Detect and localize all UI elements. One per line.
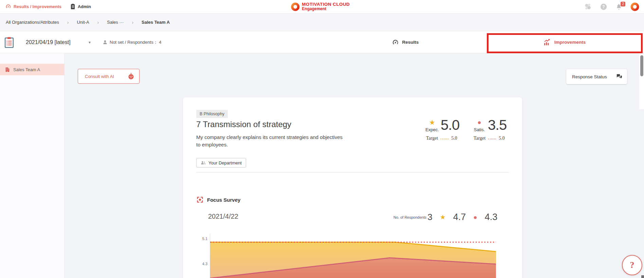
question-description: My company clearly explains its current … — [196, 134, 347, 148]
breadcrumb-item-current: Sales Team A — [142, 20, 170, 25]
svg-text:?: ? — [602, 4, 605, 9]
focus-survey-title: Focus Survey — [207, 197, 240, 203]
focus-survey-header: Focus Survey — [196, 196, 240, 203]
breadcrumb: All Organizations/Attributes › Unit-A › … — [0, 13, 644, 31]
your-department-button[interactable]: Your Department — [196, 158, 246, 167]
notifications-bell-icon[interactable]: 2 — [615, 3, 622, 11]
brand-donut-icon — [291, 2, 299, 11]
dotted-line-red-icon — [488, 139, 496, 139]
focus-trend-chart — [210, 234, 496, 278]
brand-product: Engagement — [302, 7, 350, 11]
consult-with-ai-label: Consult with AI — [85, 74, 114, 79]
apps-cluster-icon[interactable] — [584, 3, 592, 11]
survey-clipboard-icon — [4, 37, 14, 48]
satisfaction-target: Target 5.0 — [474, 136, 505, 141]
respondents-count-value: 3 — [427, 212, 432, 222]
survey-date-select[interactable]: 2021/04/19 [latest] ▾ — [4, 31, 91, 53]
robot-icon — [127, 73, 135, 80]
survey-toolbar: 2021/04/19 [latest] ▾ Not set / Responde… — [0, 31, 644, 53]
y-axis-tick-low: 4.3 — [195, 262, 207, 266]
dotted-line-orange-icon — [441, 139, 448, 139]
chevron-right-icon: › — [132, 20, 133, 25]
chevron-right-icon: › — [67, 20, 69, 25]
nav-admin-label: Admin — [78, 4, 91, 9]
expectation-target: Target 5.0 — [426, 136, 457, 141]
satisfaction-target-value: 5.0 — [499, 136, 505, 141]
target-label: Target — [474, 136, 485, 141]
expectation-value: 5.0 — [441, 117, 459, 133]
scrollbar-corner — [641, 275, 644, 278]
expectation-score: ★ Expec. 5.0 — [425, 117, 459, 133]
response-status-label: Response Status — [572, 74, 607, 79]
consult-with-ai-button[interactable]: Consult with AI — [78, 69, 140, 84]
satisfaction-dot-icon: ● — [473, 214, 477, 221]
focus-survey-date: 2021/4/22 — [208, 213, 238, 220]
your-department-label: Your Department — [208, 160, 242, 165]
help-circle-icon[interactable]: ? — [600, 3, 607, 11]
satisfaction-value: 3.5 — [488, 117, 507, 133]
tab-results[interactable]: Results — [326, 31, 485, 53]
card-divider — [196, 172, 509, 173]
respondents-text: Not set / Respondents： 4 — [110, 39, 161, 45]
question-mark-icon: ? — [630, 260, 634, 270]
tab-improvements[interactable]: Improvements — [485, 31, 644, 53]
chat-bubbles-icon — [616, 74, 623, 80]
satisfaction-label: Satis. — [474, 127, 485, 132]
expectation-target-value: 5.0 — [451, 136, 457, 141]
nav-results-improvements[interactable]: Results / Improvements — [5, 4, 61, 9]
tab-results-label: Results — [402, 40, 419, 45]
header-actions: ? 2 — [584, 0, 639, 13]
focus-satisfaction-value: 4.3 — [485, 212, 498, 222]
tab-improvements-label: Improvements — [554, 40, 586, 45]
scrollbar-thumb[interactable] — [640, 55, 643, 76]
app-root: Results / Improvements Admin MOTIVATION … — [0, 0, 644, 278]
focus-target-icon — [196, 196, 204, 203]
sidebar: Sales Team A — [0, 53, 65, 278]
chevron-right-icon: › — [97, 20, 99, 25]
caret-down-icon: ▾ — [89, 40, 91, 45]
brand-logo: MOTIVATION CLOUD Engagement — [291, 0, 350, 13]
focus-expectation-value: 4.7 — [453, 212, 466, 222]
notification-count-badge: 2 — [621, 2, 625, 6]
respondents-count-label: No. of Respondents — [393, 215, 426, 219]
breadcrumb-item-unit[interactable]: Unit-A — [77, 20, 89, 25]
gauge-icon — [392, 39, 399, 46]
nav-admin[interactable]: Admin — [70, 4, 91, 9]
respondents-summary: Not set / Respondents： 4 — [103, 31, 161, 53]
sidebar-item-label: Sales Team A — [13, 67, 40, 72]
satisfaction-dot-icon: ● — [477, 119, 481, 126]
question-card: B Philosophy 7 Transmission of strategy … — [183, 97, 522, 278]
person-icon — [103, 40, 108, 45]
brand-name: MOTIVATION CLOUD — [302, 2, 350, 7]
improvements-chart-icon — [543, 38, 551, 46]
satisfaction-score: ● Satis. 3.5 — [472, 117, 507, 133]
clipboard-icon — [70, 4, 75, 9]
building-icon — [5, 67, 10, 72]
expectation-star-icon: ★ — [429, 119, 435, 126]
target-label: Target — [426, 136, 438, 141]
app-header: Results / Improvements Admin MOTIVATION … — [0, 0, 644, 13]
response-status-button[interactable]: Response Status — [566, 69, 627, 84]
gauge-icon — [5, 4, 11, 9]
help-fab-button[interactable]: ? — [622, 255, 642, 275]
expectation-label: Expec. — [425, 127, 439, 132]
expectation-star-icon: ★ — [440, 213, 446, 221]
category-badge: B Philosophy — [196, 110, 228, 118]
y-axis-tick-high: 5.1 — [195, 237, 207, 241]
header-nav: Results / Improvements Admin — [5, 0, 91, 13]
brand-logo-text: MOTIVATION CLOUD Engagement — [302, 2, 350, 12]
focus-survey-stats: No. of Respondents 3 ★ 4.7 ● 4.3 — [393, 212, 497, 222]
nav-results-label: Results / Improvements — [14, 4, 61, 9]
scrollbar-track[interactable] — [639, 53, 644, 109]
sidebar-item-sales-team-a[interactable]: Sales Team A — [0, 64, 65, 75]
question-title: 7 Transmission of strategy — [196, 120, 291, 129]
survey-date-value: 2021/04/19 [latest] — [26, 39, 85, 45]
breadcrumb-item-sales[interactable]: Sales ··· — [107, 20, 124, 25]
breadcrumb-item-root[interactable]: All Organizations/Attributes — [6, 20, 59, 25]
account-avatar[interactable] — [630, 2, 639, 11]
people-group-icon — [201, 161, 206, 165]
